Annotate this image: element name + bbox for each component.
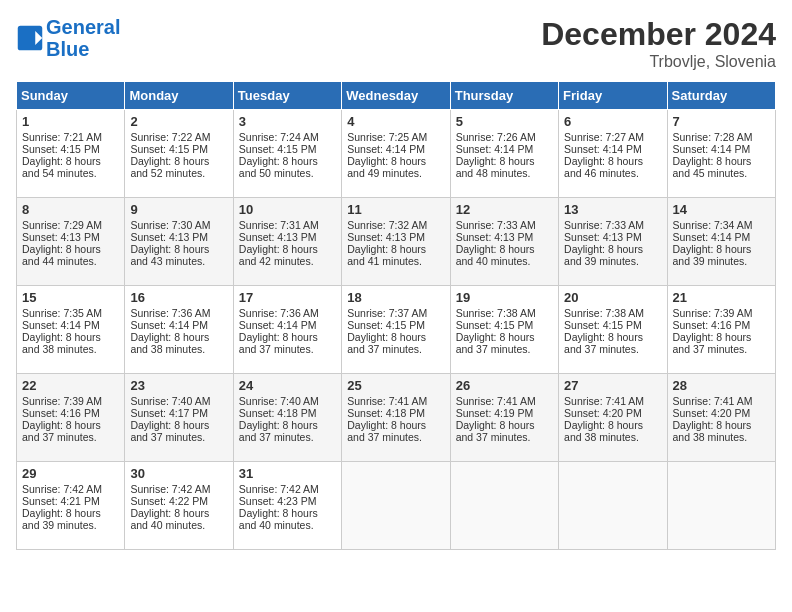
day-info: Sunset: 4:13 PM: [564, 231, 661, 243]
day-header-saturday: Saturday: [667, 82, 775, 110]
day-info: Daylight: 8 hours: [239, 243, 336, 255]
calendar-cell: 13Sunrise: 7:33 AMSunset: 4:13 PMDayligh…: [559, 198, 667, 286]
day-info: and 39 minutes.: [673, 255, 770, 267]
day-info: Sunrise: 7:39 AM: [673, 307, 770, 319]
day-info: Sunset: 4:14 PM: [564, 143, 661, 155]
day-info: Daylight: 8 hours: [130, 507, 227, 519]
day-info: Daylight: 8 hours: [22, 331, 119, 343]
day-info: Sunrise: 7:25 AM: [347, 131, 444, 143]
day-info: and 50 minutes.: [239, 167, 336, 179]
day-info: Sunrise: 7:34 AM: [673, 219, 770, 231]
calendar-cell: 31Sunrise: 7:42 AMSunset: 4:23 PMDayligh…: [233, 462, 341, 550]
calendar-cell: 28Sunrise: 7:41 AMSunset: 4:20 PMDayligh…: [667, 374, 775, 462]
calendar-cell: 6Sunrise: 7:27 AMSunset: 4:14 PMDaylight…: [559, 110, 667, 198]
calendar-cell: 20Sunrise: 7:38 AMSunset: 4:15 PMDayligh…: [559, 286, 667, 374]
day-info: Daylight: 8 hours: [347, 331, 444, 343]
calendar-cell: 8Sunrise: 7:29 AMSunset: 4:13 PMDaylight…: [17, 198, 125, 286]
day-info: and 38 minutes.: [564, 431, 661, 443]
calendar-cell: 10Sunrise: 7:31 AMSunset: 4:13 PMDayligh…: [233, 198, 341, 286]
day-info: Sunset: 4:13 PM: [130, 231, 227, 243]
day-info: and 37 minutes.: [456, 343, 553, 355]
day-info: and 40 minutes.: [130, 519, 227, 531]
day-info: Sunrise: 7:42 AM: [22, 483, 119, 495]
day-number: 20: [564, 290, 661, 305]
day-info: Sunrise: 7:41 AM: [456, 395, 553, 407]
page-header: General Blue December 2024 Trbovlje, Slo…: [16, 16, 776, 71]
day-info: Sunset: 4:16 PM: [22, 407, 119, 419]
day-number: 23: [130, 378, 227, 393]
day-header-tuesday: Tuesday: [233, 82, 341, 110]
day-info: Daylight: 8 hours: [456, 243, 553, 255]
day-info: and 37 minutes.: [564, 343, 661, 355]
day-info: and 37 minutes.: [347, 431, 444, 443]
calendar-cell: [667, 462, 775, 550]
day-info: Sunset: 4:14 PM: [130, 319, 227, 331]
day-number: 15: [22, 290, 119, 305]
day-number: 3: [239, 114, 336, 129]
calendar-cell: 3Sunrise: 7:24 AMSunset: 4:15 PMDaylight…: [233, 110, 341, 198]
day-number: 27: [564, 378, 661, 393]
calendar-table: SundayMondayTuesdayWednesdayThursdayFrid…: [16, 81, 776, 550]
day-header-monday: Monday: [125, 82, 233, 110]
day-info: Daylight: 8 hours: [22, 243, 119, 255]
day-info: Sunset: 4:15 PM: [22, 143, 119, 155]
day-info: Daylight: 8 hours: [673, 243, 770, 255]
day-number: 29: [22, 466, 119, 481]
calendar-week-row: 29Sunrise: 7:42 AMSunset: 4:21 PMDayligh…: [17, 462, 776, 550]
calendar-cell: 14Sunrise: 7:34 AMSunset: 4:14 PMDayligh…: [667, 198, 775, 286]
calendar-cell: 17Sunrise: 7:36 AMSunset: 4:14 PMDayligh…: [233, 286, 341, 374]
day-info: Daylight: 8 hours: [22, 507, 119, 519]
day-info: and 39 minutes.: [564, 255, 661, 267]
day-info: Sunrise: 7:28 AM: [673, 131, 770, 143]
day-info: Sunrise: 7:42 AM: [130, 483, 227, 495]
day-info: Sunrise: 7:33 AM: [564, 219, 661, 231]
calendar-cell: 23Sunrise: 7:40 AMSunset: 4:17 PMDayligh…: [125, 374, 233, 462]
day-info: Sunrise: 7:37 AM: [347, 307, 444, 319]
day-number: 26: [456, 378, 553, 393]
day-info: Sunrise: 7:29 AM: [22, 219, 119, 231]
day-info: and 37 minutes.: [130, 431, 227, 443]
day-info: and 41 minutes.: [347, 255, 444, 267]
day-number: 25: [347, 378, 444, 393]
day-number: 16: [130, 290, 227, 305]
calendar-cell: 26Sunrise: 7:41 AMSunset: 4:19 PMDayligh…: [450, 374, 558, 462]
day-number: 4: [347, 114, 444, 129]
day-info: Sunset: 4:21 PM: [22, 495, 119, 507]
logo: General Blue: [16, 16, 120, 60]
day-number: 5: [456, 114, 553, 129]
day-header-wednesday: Wednesday: [342, 82, 450, 110]
day-info: Daylight: 8 hours: [564, 243, 661, 255]
day-info: Sunset: 4:13 PM: [22, 231, 119, 243]
logo-text: General Blue: [46, 16, 120, 60]
day-number: 10: [239, 202, 336, 217]
day-number: 24: [239, 378, 336, 393]
calendar-cell: 9Sunrise: 7:30 AMSunset: 4:13 PMDaylight…: [125, 198, 233, 286]
day-info: Sunrise: 7:24 AM: [239, 131, 336, 143]
calendar-cell: 22Sunrise: 7:39 AMSunset: 4:16 PMDayligh…: [17, 374, 125, 462]
day-info: Sunrise: 7:30 AM: [130, 219, 227, 231]
calendar-cell: 19Sunrise: 7:38 AMSunset: 4:15 PMDayligh…: [450, 286, 558, 374]
calendar-cell: 27Sunrise: 7:41 AMSunset: 4:20 PMDayligh…: [559, 374, 667, 462]
day-info: and 38 minutes.: [22, 343, 119, 355]
day-info: and 37 minutes.: [239, 343, 336, 355]
calendar-cell: 15Sunrise: 7:35 AMSunset: 4:14 PMDayligh…: [17, 286, 125, 374]
day-info: and 37 minutes.: [239, 431, 336, 443]
day-info: Daylight: 8 hours: [564, 155, 661, 167]
logo-icon: [16, 24, 44, 52]
day-info: Sunset: 4:15 PM: [456, 319, 553, 331]
day-number: 11: [347, 202, 444, 217]
day-info: Sunset: 4:14 PM: [673, 143, 770, 155]
calendar-cell: 16Sunrise: 7:36 AMSunset: 4:14 PMDayligh…: [125, 286, 233, 374]
day-info: Sunset: 4:15 PM: [130, 143, 227, 155]
title-block: December 2024 Trbovlje, Slovenia: [541, 16, 776, 71]
day-number: 6: [564, 114, 661, 129]
day-info: Sunrise: 7:40 AM: [130, 395, 227, 407]
day-number: 30: [130, 466, 227, 481]
day-info: Sunset: 4:18 PM: [239, 407, 336, 419]
day-info: Daylight: 8 hours: [673, 331, 770, 343]
day-info: Sunset: 4:17 PM: [130, 407, 227, 419]
calendar-cell: 7Sunrise: 7:28 AMSunset: 4:14 PMDaylight…: [667, 110, 775, 198]
day-info: Sunrise: 7:33 AM: [456, 219, 553, 231]
day-info: Sunset: 4:13 PM: [239, 231, 336, 243]
day-info: Sunrise: 7:39 AM: [22, 395, 119, 407]
